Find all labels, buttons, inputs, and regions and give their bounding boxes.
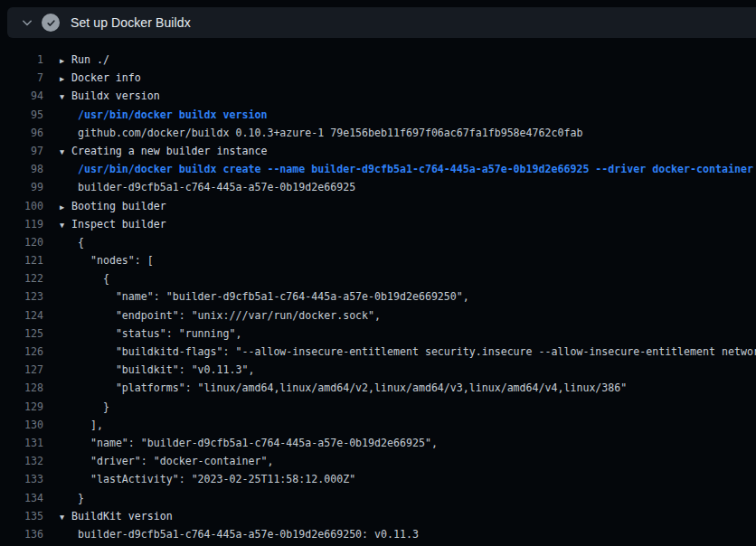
log-line-content: /usr/bin/docker buildx create --name bui… (60, 160, 753, 178)
log-text: "status": "running", (78, 327, 241, 340)
triangle-right-icon: ▶ (60, 198, 71, 215)
log-line: 134} (0, 489, 756, 507)
log-line: 129 } (0, 398, 756, 416)
log-group-content[interactable]: ▼Inspect builder (60, 215, 166, 233)
triangle-down-icon: ▼ (60, 216, 71, 233)
log-group-line[interactable]: 94▼Buildx version (0, 87, 756, 105)
log-line-content: "endpoint": "unix:///var/run/docker.sock… (60, 306, 381, 325)
log-group-line[interactable]: 135▼BuildKit version (0, 507, 756, 525)
log-line-content: "status": "running", (60, 325, 241, 343)
line-number[interactable]: 129 (0, 398, 43, 416)
line-number[interactable]: 128 (0, 379, 43, 397)
log-line: 124 "endpoint": "unix:///var/run/docker.… (0, 306, 756, 325)
line-number[interactable]: 130 (0, 416, 43, 434)
line-number[interactable]: 121 (0, 251, 43, 269)
log-text: "buildkitd-flags": "--allow-insecure-ent… (78, 345, 756, 358)
line-number[interactable]: 136 (0, 525, 43, 543)
step-title: Set up Docker Buildx (71, 15, 191, 30)
log-text: builder-d9cfb5a1-c764-445a-a57e-0b19d2e6… (78, 181, 355, 193)
triangle-right-icon: ▶ (60, 52, 71, 69)
line-number[interactable]: 100 (0, 197, 43, 215)
line-number[interactable]: 127 (0, 361, 43, 379)
log-line-content: "lastActivity": "2023-02-25T11:58:12.000… (60, 470, 355, 488)
log-line: 126 "buildkitd-flags": "--allow-insecure… (0, 343, 756, 361)
line-number[interactable]: 98 (0, 160, 43, 178)
log-text: "lastActivity": "2023-02-25T11:58:12.000… (78, 473, 355, 485)
log-line-content: "name": "builder-d9cfb5a1-c764-445a-a57e… (60, 434, 438, 452)
log-line: 99builder-d9cfb5a1-c764-445a-a57e-0b19d2… (0, 178, 756, 196)
log-text: Inspect builder (71, 218, 166, 231)
log-group-content[interactable]: ▼Creating a new builder instance (60, 142, 267, 160)
chevron-down-icon[interactable] (15, 7, 39, 38)
line-number[interactable]: 122 (0, 269, 43, 287)
line-number[interactable]: 135 (0, 507, 43, 525)
line-number[interactable]: 97 (0, 142, 43, 160)
line-number[interactable]: 125 (0, 325, 43, 343)
line-number[interactable]: 95 (0, 106, 43, 124)
log-line: 133 "lastActivity": "2023-02-25T11:58:12… (0, 470, 756, 488)
log-line-content: "name": "builder-d9cfb5a1-c764-445a-a57e… (60, 287, 469, 306)
log-line-content: { (60, 233, 84, 251)
log-line: 96github.com/docker/buildx 0.10.3+azure-… (0, 124, 756, 142)
log-line: 132 "driver": "docker-container", (0, 452, 756, 470)
line-number[interactable]: 124 (0, 306, 43, 325)
log-text: } (78, 400, 109, 413)
log-group-content[interactable]: ▶Docker info (60, 69, 141, 87)
log-group-line[interactable]: 100▶Booting builder (0, 197, 756, 215)
log-group-content[interactable]: ▶Booting builder (60, 197, 166, 215)
log-text: { (78, 236, 84, 249)
log-text: { (78, 272, 109, 285)
log-group-line[interactable]: 1▶Run ./ (0, 51, 756, 69)
line-number[interactable]: 123 (0, 287, 43, 306)
log-group-content[interactable]: ▶Run ./ (60, 51, 109, 69)
log-line-content: /usr/bin/docker buildx version (60, 106, 267, 124)
log-text: Creating a new builder instance (71, 145, 267, 157)
line-number[interactable]: 133 (0, 470, 43, 488)
log-line: 130 ], (0, 416, 756, 434)
log-line: 136builder-d9cfb5a1-c764-445a-a57e-0b19d… (0, 525, 756, 543)
log-text: "buildkit": "v0.11.3", (78, 363, 254, 376)
log-text: BuildKit version (71, 510, 173, 522)
log-text: Run ./ (71, 53, 109, 66)
log-line: 95/usr/bin/docker buildx version (0, 106, 756, 124)
log-text: Booting builder (71, 200, 166, 212)
line-number[interactable]: 94 (0, 87, 43, 105)
step-header[interactable]: Set up Docker Buildx (7, 7, 756, 38)
line-number[interactable]: 132 (0, 452, 43, 470)
line-number[interactable]: 134 (0, 489, 43, 507)
triangle-right-icon: ▶ (60, 70, 71, 87)
log-line-content: } (60, 398, 109, 416)
log-group-line[interactable]: 119▼Inspect builder (0, 215, 756, 233)
log-text: /usr/bin/docker buildx create --name bui… (78, 163, 753, 175)
log-text: "nodes": [ (78, 254, 154, 267)
log-line-content: github.com/docker/buildx 0.10.3+azure-1 … (60, 124, 582, 142)
log-text: "driver": "docker-container", (78, 455, 273, 467)
log-group-line[interactable]: 7▶Docker info (0, 69, 756, 87)
log-group-line[interactable]: 97▼Creating a new builder instance (0, 142, 756, 160)
log-text: "platforms": "linux/amd64,linux/amd64/v2… (78, 381, 627, 394)
log-text: "name": "builder-d9cfb5a1-c764-445a-a57e… (78, 437, 438, 449)
log-line: 120{ (0, 233, 756, 251)
log-group-content[interactable]: ▼BuildKit version (60, 507, 173, 525)
log-line-content: "nodes": [ (60, 251, 154, 269)
log-text: ], (78, 419, 103, 431)
triangle-down-icon: ▼ (60, 508, 71, 525)
log-line: 127 "buildkit": "v0.11.3", (0, 361, 756, 379)
log-line: 122 { (0, 269, 756, 287)
line-number[interactable]: 126 (0, 343, 43, 361)
log-line: 121 "nodes": [ (0, 251, 756, 269)
log-line-content: { (60, 269, 109, 287)
line-number[interactable]: 96 (0, 124, 43, 142)
line-number[interactable]: 7 (0, 69, 43, 87)
log-text: Docker info (71, 71, 141, 84)
triangle-down-icon: ▼ (60, 143, 71, 160)
line-number[interactable]: 120 (0, 233, 43, 251)
line-number[interactable]: 119 (0, 215, 43, 233)
line-number[interactable]: 131 (0, 434, 43, 452)
log-line: 125 "status": "running", (0, 325, 756, 343)
line-number[interactable]: 99 (0, 178, 43, 196)
check-circle-icon (42, 14, 60, 32)
log-group-content[interactable]: ▼Buildx version (60, 87, 160, 105)
line-number[interactable]: 1 (0, 51, 43, 69)
log-text: github.com/docker/buildx 0.10.3+azure-1 … (78, 127, 582, 139)
